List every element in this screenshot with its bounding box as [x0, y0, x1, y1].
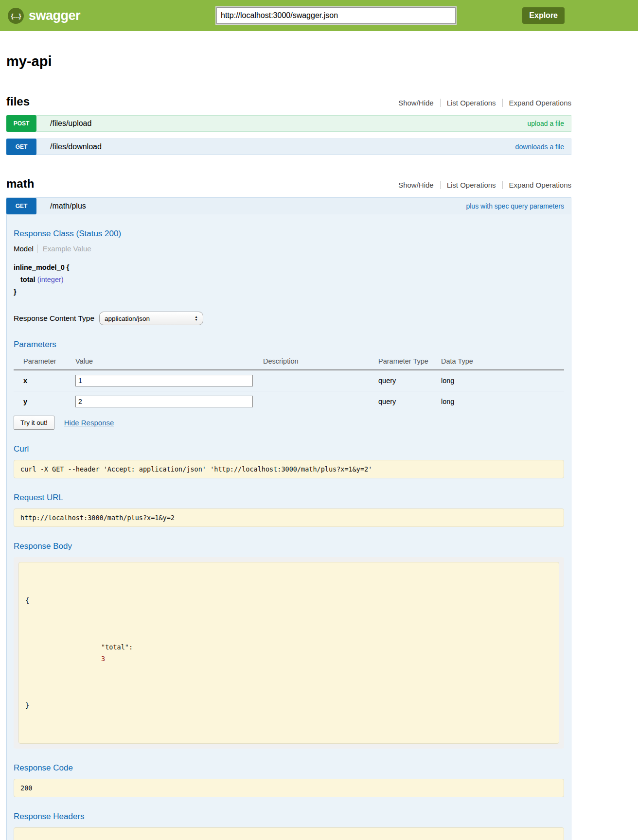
model-property-line: total (integer)	[14, 274, 564, 286]
section-head-math: math Show/Hide List Operations Expand Op…	[6, 177, 571, 191]
try-it-out-button[interactable]: Try it out!	[14, 416, 54, 430]
col-header-data-type: Data Type	[441, 355, 564, 370]
param-value-input-y[interactable]	[75, 396, 253, 407]
list-operations-link[interactable]: List Operations	[440, 99, 496, 107]
operation-path[interactable]: /files/download	[50, 142, 102, 151]
method-badge: GET	[6, 198, 36, 214]
model-property-type: (integer)	[37, 276, 64, 283]
param-type: query	[378, 391, 441, 412]
model-name: inline_model_0 {	[14, 262, 564, 274]
col-header-parameter-type: Parameter Type	[378, 355, 441, 370]
param-description	[263, 370, 378, 391]
operation-summary-link[interactable]: downloads a file	[515, 143, 564, 151]
tab-model[interactable]: Model	[14, 245, 34, 253]
select-arrows-icon: ▲▼	[195, 315, 198, 321]
response-headers-heading: Response Headers	[14, 812, 564, 822]
content-type-select[interactable]: application/json ▲▼	[99, 312, 203, 325]
parameters-table: Parameter Value Description Parameter Ty…	[14, 355, 564, 412]
response-code-heading: Response Code	[14, 763, 564, 773]
col-header-description: Description	[263, 355, 378, 370]
expand-operations-link[interactable]: Expand Operations	[502, 181, 571, 189]
param-name: x	[14, 370, 75, 391]
expand-operations-link[interactable]: Expand Operations	[502, 99, 571, 107]
section-files: files Show/Hide List Operations Expand O…	[6, 95, 571, 155]
json-open-brace: {	[25, 595, 552, 606]
show-hide-link[interactable]: Show/Hide	[398, 181, 434, 189]
parameters-header-row: Parameter Value Description Parameter Ty…	[14, 355, 564, 370]
response-body-json: { "total": 3 }	[18, 562, 559, 744]
list-operations-link[interactable]: List Operations	[440, 181, 496, 189]
json-total-line: "total": 3	[25, 630, 552, 676]
operation-summary-link[interactable]: plus with spec query parameters	[466, 202, 564, 210]
operation-path[interactable]: /math/plus	[50, 202, 86, 210]
col-header-parameter: Parameter	[14, 355, 75, 370]
spec-url-input[interactable]	[216, 7, 456, 24]
response-headers-json: { "date": "Wed, 22 Aug 2018 18:49:13 GMT…	[14, 827, 564, 840]
response-code-value: 200	[14, 779, 564, 797]
curl-command: curl -X GET --header 'Accept: applicatio…	[14, 460, 564, 478]
show-hide-link[interactable]: Show/Hide	[398, 99, 434, 107]
operation-path[interactable]: /files/upload	[50, 119, 91, 128]
json-close-brace: }	[25, 700, 552, 711]
content-container: my-api files Show/Hide List Operations E…	[6, 53, 571, 840]
param-row-x: x query long	[14, 370, 564, 391]
operation-row-get-files-download[interactable]: GET /files/download downloads a file	[6, 139, 571, 155]
param-value-input-x[interactable]	[75, 375, 253, 386]
api-title: my-api	[6, 53, 571, 70]
swagger-logo-icon: {…}	[8, 8, 24, 24]
parameters-heading: Parameters	[14, 340, 564, 350]
curl-heading: Curl	[14, 444, 564, 454]
section-heading-files: files	[6, 95, 30, 108]
content-type-selected-value: application/json	[105, 315, 150, 322]
json-key: "total":	[101, 643, 133, 651]
response-body-container: { "total": 3 }	[14, 557, 564, 749]
section-controls: Show/Hide List Operations Expand Operati…	[398, 181, 571, 189]
top-bar: {…} swagger Explore	[0, 0, 638, 31]
request-url-value: http://localhost:3000/math/plus?x=1&y=2	[14, 508, 564, 527]
method-badge: POST	[6, 115, 36, 132]
model-signature: inline_model_0 { total (integer) }	[14, 262, 564, 298]
section-head-files: files Show/Hide List Operations Expand O…	[6, 95, 571, 108]
section-heading-math: math	[6, 177, 34, 191]
col-header-value: Value	[75, 355, 263, 370]
json-value: 3	[101, 655, 105, 663]
response-class-heading: Response Class (Status 200)	[14, 229, 564, 239]
operation-expanded-get-math-plus: GET /math/plus plus with spec query para…	[6, 197, 571, 840]
response-content-type-row: Response Content Type application/json ▲…	[14, 312, 564, 325]
hide-response-link[interactable]: Hide Response	[64, 419, 114, 427]
operation-summary-link[interactable]: upload a file	[527, 120, 564, 127]
section-controls: Show/Hide List Operations Expand Operati…	[398, 99, 571, 107]
operation-row-get-math-plus[interactable]: GET /math/plus plus with spec query para…	[7, 198, 571, 214]
param-data-type: long	[441, 370, 564, 391]
brand-title: swagger	[29, 8, 80, 23]
model-property-name: total	[20, 276, 35, 283]
operation-row-post-files-upload[interactable]: POST /files/upload upload a file	[6, 115, 571, 132]
response-body-heading: Response Body	[14, 542, 564, 551]
section-math: math Show/Hide List Operations Expand Op…	[6, 167, 571, 840]
swagger-logo-glyph: {…}	[11, 12, 20, 19]
page: {…} swagger Explore my-api files Show/Hi…	[0, 0, 638, 840]
operation-content: Response Class (Status 200) ModelExample…	[7, 214, 571, 840]
param-name: y	[14, 391, 75, 412]
param-row-y: y query long	[14, 391, 564, 412]
param-description	[263, 391, 378, 412]
request-url-heading: Request URL	[14, 493, 564, 503]
model-tabs: ModelExample Value	[14, 245, 564, 253]
param-data-type: long	[441, 391, 564, 412]
tab-example-value[interactable]: Example Value	[37, 245, 91, 253]
explore-button[interactable]: Explore	[522, 7, 565, 24]
param-type: query	[378, 370, 441, 391]
model-close-brace: }	[14, 286, 564, 298]
try-row: Try it out! Hide Response	[14, 416, 564, 430]
response-content-type-label: Response Content Type	[14, 314, 94, 323]
method-badge: GET	[6, 139, 36, 155]
